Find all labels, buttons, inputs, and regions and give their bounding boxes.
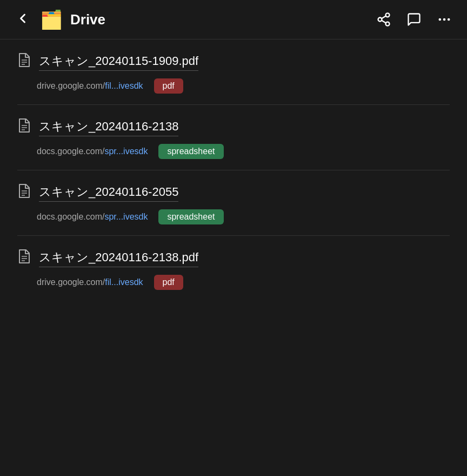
file-name-row: スキャン_20240115-1909.pdf [17,52,450,71]
file-list: スキャン_20240115-1909.pdf drive.google.com/… [0,39,467,301]
file-icon [17,118,31,136]
file-icon [17,52,31,71]
list-item[interactable]: スキャン_20240116-2138 docs.google.com/spr..… [17,105,450,170]
svg-line-3 [382,21,386,23]
file-type-badge: spreadsheet [158,144,223,159]
file-icon [17,183,31,202]
file-url: docs.google.com/spr...ivesdk [37,147,148,156]
list-item[interactable]: スキャン_20240116-2138.pdf drive.google.com/… [17,236,450,301]
file-title: スキャン_20240115-1909.pdf [39,53,198,71]
svg-point-6 [443,18,446,21]
file-name-row: スキャン_20240116-2138 [17,118,450,136]
list-item[interactable]: スキャン_20240116-2055 docs.google.com/spr..… [17,170,450,236]
file-url: drive.google.com/fil...ivesdk [37,81,143,91]
message-button[interactable] [404,10,424,29]
file-title: スキャン_20240116-2138.pdf [39,249,198,267]
header-right [374,10,454,29]
file-meta: docs.google.com/spr...ivesdk spreadsheet [17,209,450,224]
file-title: スキャン_20240116-2055 [39,184,178,202]
header: 🗂️ Drive [0,0,467,39]
svg-point-5 [439,18,442,21]
file-type-badge: pdf [154,78,183,94]
list-item[interactable]: スキャン_20240115-1909.pdf drive.google.com/… [17,39,450,105]
folder-icon: 🗂️ [40,10,63,29]
back-button[interactable] [13,9,32,30]
header-left: 🗂️ Drive [13,9,105,30]
page-title: Drive [70,11,105,28]
svg-line-4 [382,16,386,19]
svg-point-7 [448,18,450,21]
file-type-badge: pdf [154,275,183,290]
file-type-badge: spreadsheet [158,209,223,224]
file-meta: docs.google.com/spr...ivesdk spreadsheet [17,144,450,159]
more-options-button[interactable] [435,10,454,29]
file-name-row: スキャン_20240116-2055 [17,183,450,202]
file-meta: drive.google.com/fil...ivesdk pdf [17,78,450,94]
file-meta: drive.google.com/fil...ivesdk pdf [17,275,450,290]
share-button[interactable] [374,10,393,29]
file-name-row: スキャン_20240116-2138.pdf [17,249,450,267]
file-title: スキャン_20240116-2138 [39,118,178,136]
file-icon [17,249,31,267]
file-url: drive.google.com/fil...ivesdk [37,277,143,287]
file-url: docs.google.com/spr...ivesdk [37,212,148,222]
